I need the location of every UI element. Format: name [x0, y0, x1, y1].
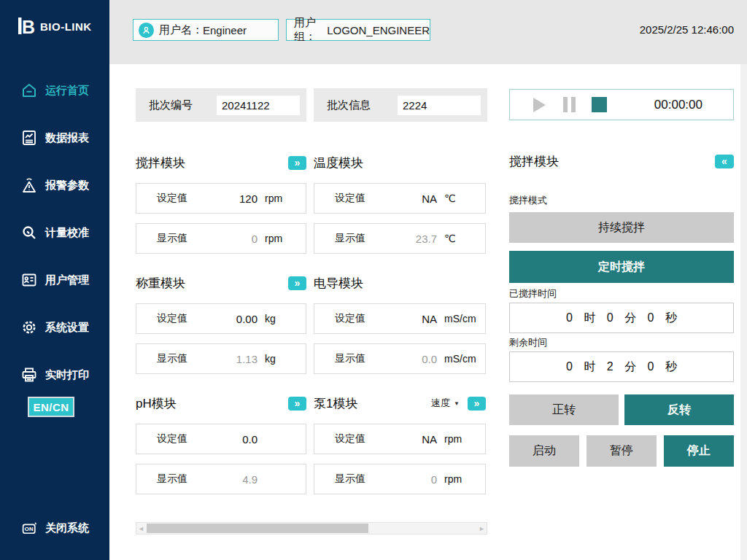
module-weighing: 称重模块 » 设定值 0.00 kg 显示值 1.13 kg [136, 270, 306, 384]
play-icon[interactable] [533, 98, 546, 112]
display-value-field: 显示值 0 rpm [136, 223, 306, 254]
batch-number-input[interactable] [217, 96, 300, 115]
batch-number-panel: 批次编号 [136, 88, 306, 122]
scroll-left-icon[interactable]: ◄ [136, 523, 146, 534]
usergroup-box[interactable]: 用户组： LOGON_ENGINEER [286, 19, 430, 41]
username-label: 用户名： [159, 23, 203, 37]
reverse-button[interactable]: 反转 [624, 394, 734, 425]
set-value: 120 [218, 192, 258, 205]
set-value: 0.0 [218, 433, 258, 446]
display-unit: mS/cm [444, 353, 485, 365]
app-window: B BIO-LINK 运行首页 [0, 0, 747, 560]
vertical-scrollbar[interactable] [740, 64, 747, 560]
sidebar-item-label: 实时打印 [45, 368, 89, 382]
usergroup-value: LOGON_ENGINEER [327, 24, 430, 36]
usergroup-label: 用户组： [294, 16, 320, 44]
sidebar-item-label: 计量校准 [45, 226, 89, 240]
svg-text:B: B [22, 17, 35, 37]
start-button[interactable]: 启动 [509, 435, 579, 467]
sidebar-item-system-settings[interactable]: 系统设置 [0, 313, 109, 342]
chevron-down-icon: ▼ [454, 400, 460, 407]
calibration-icon [20, 224, 38, 241]
user-avatar-icon [139, 23, 154, 38]
username-value: Engineer [203, 24, 247, 36]
set-value-field[interactable]: 设定值 120 rpm [136, 183, 306, 214]
stop-button[interactable]: 停止 [664, 435, 734, 467]
settings-icon [20, 319, 38, 336]
sidebar-item-label: 系统设置 [45, 321, 89, 335]
set-value-field[interactable]: 设定值 0.00 kg [136, 303, 306, 334]
collapse-icon[interactable]: « [715, 155, 734, 168]
display-value-field: 显示值 0 rpm [314, 464, 486, 494]
timed-stir-button[interactable]: 定时搅拌 [509, 251, 734, 283]
username-box[interactable]: 用户名： Engineer [133, 19, 279, 41]
forward-button[interactable]: 正转 [509, 394, 619, 425]
set-value: 0.00 [218, 313, 258, 325]
sidebar-item-label: 运行首页 [45, 84, 89, 98]
sidebar-item-alarm-params[interactable]: 报警参数 [0, 171, 109, 200]
set-value: NA [398, 313, 437, 325]
timer-value: 00:00:00 [654, 98, 703, 112]
set-value-label: 设定值 [335, 432, 365, 446]
sidebar-item-data-report[interactable]: 数据报表 [0, 123, 109, 152]
scroll-right-icon[interactable]: ► [477, 523, 487, 534]
set-unit: kg [265, 313, 306, 324]
set-value: NA [398, 433, 437, 446]
alarm-icon [20, 176, 38, 194]
display-value-field: 显示值 0.0 mS/cm [314, 343, 486, 374]
sidebar-item-realtime-print[interactable]: 实时打印 [0, 360, 109, 389]
expand-icon[interactable]: » [288, 397, 306, 411]
module-stirring: 搅拌模块 » 设定值 120 rpm 显示值 0 rpm [136, 149, 306, 263]
continuous-stir-button[interactable]: 持续搅拌 [509, 212, 734, 243]
batch-info-label: 批次信息 [327, 98, 371, 112]
stir-mode-label: 搅拌模式 [509, 194, 547, 207]
pump-mode-dropdown[interactable]: 速度 ▼ [431, 397, 460, 410]
display-unit: rpm [444, 473, 485, 485]
set-value: NA [398, 192, 437, 205]
remaining-time-display: 0 时 2 分 0 秒 [509, 351, 734, 382]
display-value: 0 [218, 233, 258, 245]
horizontal-scrollbar[interactable]: ◄ ► [136, 522, 487, 534]
set-value-field[interactable]: 设定值 NA mS/cm [314, 303, 486, 334]
user-management-icon [20, 271, 38, 289]
set-value-label: 设定值 [157, 192, 187, 205]
topbar: 用户名： Engineer 用户组： LOGON_ENGINEER 2025/2… [109, 0, 747, 64]
module-ph: pH模块 » 设定值 0.0 显示值 4.9 [136, 390, 306, 504]
set-unit: ℃ [444, 192, 485, 204]
sidebar: B BIO-LINK 运行首页 [0, 0, 109, 560]
batch-info-panel: 批次信息 [314, 88, 487, 122]
sidebar-item-label: 用户管理 [45, 273, 89, 287]
expand-icon[interactable]: » [288, 156, 306, 170]
set-value-field[interactable]: 设定值 NA rpm [314, 424, 486, 454]
shutdown-system-button[interactable]: ON 关闭系统 [0, 513, 109, 542]
stop-icon[interactable] [592, 97, 607, 112]
set-value-field[interactable]: 设定值 0.0 [136, 424, 306, 454]
expand-icon[interactable]: » [468, 397, 486, 411]
set-value-field[interactable]: 设定值 NA ℃ [314, 183, 486, 214]
display-value-label: 显示值 [157, 352, 187, 365]
display-value: 0.0 [398, 353, 437, 365]
module-title: pH模块 [136, 395, 177, 412]
svg-text:ON: ON [25, 526, 34, 532]
display-value-label: 显示值 [157, 232, 187, 245]
display-value: 0 [398, 473, 437, 486]
sidebar-item-calibration[interactable]: 计量校准 [0, 218, 109, 247]
language-toggle-button[interactable]: EN/CN [28, 397, 74, 417]
pause-icon[interactable] [563, 97, 576, 112]
display-value: 1.13 [218, 353, 258, 365]
sidebar-item-run-home[interactable]: 运行首页 [0, 76, 109, 105]
display-unit: ℃ [444, 233, 485, 244]
right-panel-title: 搅拌模块 [509, 153, 559, 170]
scrollbar-thumb[interactable] [147, 524, 368, 533]
sidebar-item-user-management[interactable]: 用户管理 [0, 265, 109, 295]
power-on-icon: ON [20, 519, 39, 537]
display-value-field: 显示值 23.7 ℃ [314, 223, 486, 254]
module-pump1: 泵1模块 速度 ▼ » 设定值 NA rpm 显示值 0 rpm [314, 390, 486, 504]
brand-logo: B BIO-LINK [16, 15, 92, 38]
print-icon [20, 366, 38, 384]
expand-icon[interactable]: » [288, 276, 306, 290]
pause-button[interactable]: 暂停 [587, 435, 657, 467]
batch-info-input[interactable] [398, 96, 481, 115]
display-value-field: 显示值 1.13 kg [136, 343, 306, 374]
display-value-label: 显示值 [335, 472, 365, 486]
